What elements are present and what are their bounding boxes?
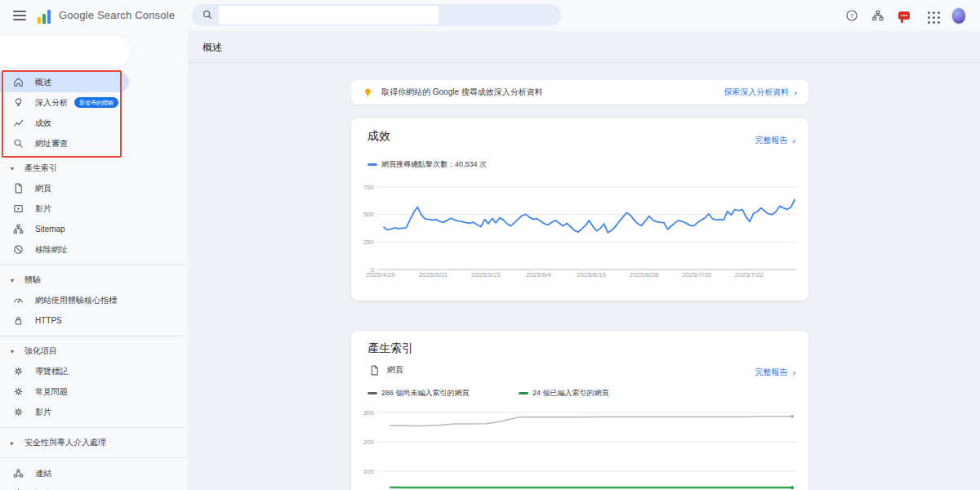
pages-icon — [368, 363, 381, 376]
https-icon — [11, 314, 24, 327]
sidebar-item-label: 成效 — [35, 118, 51, 129]
property-selector[interactable] — [0, 36, 131, 67]
chevron-right-icon: › — [792, 136, 795, 145]
sidebar-item-label: 網址審查 — [35, 138, 68, 149]
indexed-legend: 24 個已編入索引的網頁 — [519, 388, 609, 399]
user-avatar[interactable] — [951, 8, 966, 23]
sidebar-item-label: 導覽標記 — [35, 366, 68, 377]
sidebar-item-label: HTTPS — [35, 316, 62, 325]
caret-down-icon: ▾ — [11, 348, 24, 355]
sidebar-item-removals[interactable]: 移除網址 — [0, 239, 129, 260]
links-icon — [11, 467, 24, 480]
sidebar-item-label: 網頁 — [35, 183, 51, 194]
not-indexed-legend-dash — [368, 392, 377, 394]
sidebar-item-links[interactable]: 連結 — [0, 463, 129, 483]
lightbulb-icon — [11, 96, 24, 109]
sidebar-item-overview[interactable]: 概述 — [0, 72, 129, 92]
enhancement-icon — [11, 385, 24, 399]
performance-card: 成效 完整報告 › 網頁搜尋總點擊次數：40,534 次 75050025002… — [351, 118, 808, 301]
indexing-card-title: 產生索引 — [368, 341, 413, 356]
sidebar-section-indexing[interactable]: ▾產生索引 — [0, 158, 188, 178]
insights-banner[interactable]: 取得你網站的 Google 搜尋成效深入分析資料 探索深入分析資料 › — [351, 80, 808, 105]
sidebar-item-faq[interactable]: 常見問題 — [0, 381, 129, 402]
sidebar-divider — [0, 336, 188, 336]
sidebar-section-enhancements[interactable]: ▾強化項目 — [0, 341, 188, 361]
sidebar-item-core-web-vitals[interactable]: 網站使用體驗核心指標 — [0, 290, 129, 310]
chevron-right-icon: › — [794, 88, 797, 96]
indexed-legend-label: 24 個已編入索引的網頁 — [532, 388, 609, 399]
settings-icon — [11, 488, 24, 490]
search-input[interactable] — [192, 4, 561, 26]
indexing-card: 產生索引 網頁 完整報告 › 286 個尚未編入索引的網頁 24 個已編入索引的… — [351, 331, 808, 490]
y-axis-tick-label: 500 — [358, 211, 374, 218]
performance-card-title: 成效 — [368, 129, 390, 144]
search-icon — [202, 9, 213, 20]
sidebar-item-label: 移除網址 — [35, 244, 68, 256]
enhancement-icon — [11, 406, 24, 419]
announcements-icon[interactable] — [897, 8, 911, 23]
lightbulb-insights-icon — [362, 87, 374, 99]
sidebar-section-experience[interactable]: ▾體驗 — [0, 270, 188, 290]
sidebar-item-label: 概述 — [35, 77, 51, 88]
sidebar-item-settings[interactable]: 設定 — [0, 483, 129, 490]
help-icon[interactable]: ? — [844, 8, 859, 23]
caret-down-icon: ▾ — [11, 165, 24, 172]
sidebar-item-url-inspection[interactable]: 網址審查 — [0, 133, 129, 154]
insights-banner-text: 取得你網站的 Google 搜尋成效深入分析資料 — [381, 87, 543, 98]
menu-icon[interactable] — [13, 11, 26, 20]
sidebar-item-breadcrumbs[interactable]: 導覽標記 — [0, 361, 129, 381]
x-axis-tick-label: 2025/6/28 — [630, 271, 659, 278]
indexing-full-report-link[interactable]: 完整報告 › — [755, 367, 795, 378]
page-title: 概述 — [203, 41, 222, 55]
x-axis-tick-label: 2025/5/23 — [471, 271, 501, 278]
sidebar-divider — [0, 457, 188, 458]
sidebar-item-label: 深入分析 — [35, 97, 68, 109]
indexing-line-chart: 300200100 — [359, 404, 804, 490]
sidebar-item-label: 網站使用體驗核心指標 — [35, 295, 117, 306]
sidebar-item-label: 影片 — [35, 407, 51, 418]
enhancement-icon — [11, 365, 24, 378]
sitemap-icon — [11, 223, 24, 236]
sidebar-divider — [0, 427, 188, 428]
sidebar-item-performance[interactable]: 成效 — [0, 113, 129, 133]
sidebar-item-insights[interactable]: 深入分析新發布的體驗 — [0, 92, 129, 113]
sidebar-item-label: 常見問題 — [35, 386, 68, 398]
performance-full-report-link[interactable]: 完整報告 › — [755, 135, 795, 146]
sidebar-item-videos[interactable]: 影片 — [0, 198, 129, 219]
sidebar-item-label: Sitemap — [35, 225, 65, 234]
pages-icon — [11, 182, 24, 195]
sidebar-item-video-enhancements[interactable]: 影片 — [0, 402, 129, 422]
sidebar-item-https[interactable]: HTTPS — [0, 310, 129, 331]
sidebar-item-label: 影片 — [35, 203, 51, 215]
app-title: Google Search Console — [59, 9, 175, 21]
indexing-subtitle: 網頁 — [387, 364, 403, 376]
sidebar-section-label: 安全性與專人介入處理 — [24, 437, 106, 448]
indexing-pages-subrow: 網頁 — [368, 363, 403, 376]
sidebar-item-sitemaps[interactable]: Sitemap — [0, 219, 129, 239]
sidebar: 概述深入分析新發布的體驗成效網址審查▾產生索引網頁影片Sitemap移除網址▾體… — [0, 31, 188, 490]
sidebar-section-label: 體驗 — [24, 274, 41, 286]
performance-legend-label: 網頁搜尋總點擊次數：40,534 次 — [381, 159, 487, 170]
search-console-logo-icon[interactable] — [38, 6, 51, 24]
sidebar-section-label: 強化項目 — [24, 345, 57, 357]
y-axis-tick-label: 250 — [358, 238, 374, 246]
sidebar-section-label: 產生索引 — [24, 163, 57, 174]
performance-legend: 網頁搜尋總點擊次數：40,534 次 — [368, 159, 487, 170]
y-axis-tick-label: 200 — [358, 439, 374, 446]
performance-icon — [11, 117, 24, 130]
cwv-icon — [11, 294, 24, 307]
x-axis-tick-label: 2025/7/10 — [682, 271, 711, 278]
sidebar-item-pages[interactable]: 網頁 — [0, 178, 129, 198]
top-app-bar: Google Search Console ? — [0, 0, 980, 31]
apps-grid-icon[interactable] — [926, 10, 941, 24]
y-axis-tick-label: 300 — [358, 409, 374, 416]
account-tree-icon[interactable] — [871, 8, 885, 23]
explore-insights-link[interactable]: 探索深入分析資料 › — [724, 87, 797, 98]
caret-down-icon: ▾ — [11, 277, 24, 284]
x-axis-tick-label: 2025/6/16 — [577, 271, 606, 278]
search-input-value[interactable] — [219, 6, 439, 24]
sidebar-section-security-manual-actions[interactable]: ▸安全性與專人介入處理 — [0, 433, 188, 452]
new-feature-badge: 新發布的體驗 — [74, 97, 118, 108]
sidebar-divider — [0, 265, 188, 265]
video-icon — [11, 203, 24, 216]
